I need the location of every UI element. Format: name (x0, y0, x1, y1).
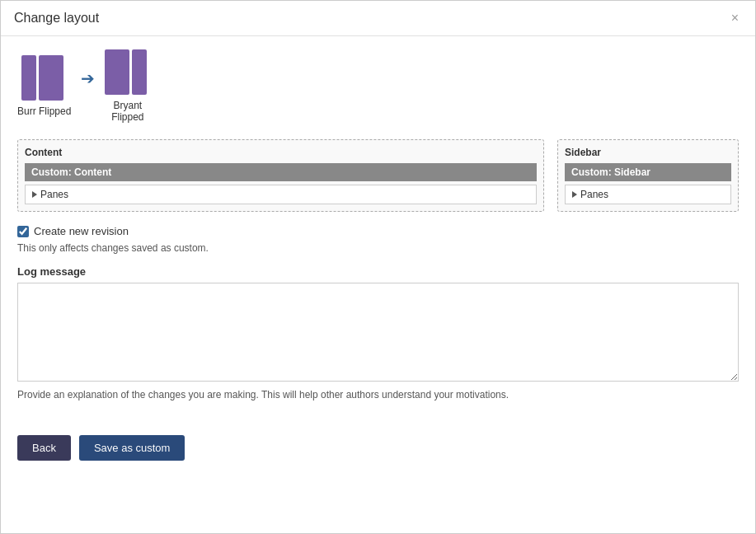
sidebar-panes-triangle (572, 191, 577, 198)
save-custom-button[interactable]: Save as custom (79, 435, 185, 461)
dialog-header: Change layout × (1, 1, 755, 36)
sidebar-panes-label: Panes (580, 189, 608, 200)
create-revision-checkbox[interactable] (17, 226, 29, 237)
sidebar-panes-item: Panes (565, 185, 731, 204)
layout-preview: Burr Flipped ➔ BryantFlipped (17, 49, 739, 123)
log-message-textarea[interactable] (17, 283, 739, 382)
content-region: Content Custom: Content Panes (17, 139, 544, 212)
content-custom-header: Custom: Content (25, 163, 537, 181)
layout-from-label: Burr Flipped (17, 105, 71, 117)
content-panes-triangle (32, 191, 37, 198)
layout-from: Burr Flipped (17, 55, 71, 117)
content-panes-label: Panes (40, 189, 68, 200)
content-panes-item: Panes (25, 185, 537, 204)
burr-flipped-icon (21, 55, 67, 101)
sidebar-custom-header: Custom: Sidebar (565, 163, 731, 181)
sidebar-region-title: Sidebar (565, 147, 731, 158)
revision-checkbox-row: Create new revision (17, 225, 739, 237)
close-button[interactable]: × (728, 12, 742, 25)
bryant-flipped-icon (105, 49, 150, 95)
dialog-body: Burr Flipped ➔ BryantFlipped Content Cus… (1, 36, 755, 427)
create-revision-label[interactable]: Create new revision (34, 225, 129, 237)
log-message-label: Log message (17, 265, 739, 278)
log-hint: Provide an explanation of the changes yo… (17, 389, 739, 400)
layout-to: BryantFlipped (105, 49, 150, 123)
dialog-title: Change layout (14, 11, 99, 26)
layout-arrow: ➔ (81, 68, 95, 88)
revision-note: This only affects changes saved as custo… (17, 242, 739, 254)
regions-container: Content Custom: Content Panes Sidebar Cu… (17, 139, 739, 212)
layout-to-label: BryantFlipped (111, 100, 143, 123)
change-layout-dialog: Change layout × Burr Flipped ➔ (0, 0, 756, 534)
content-region-title: Content (25, 147, 537, 158)
sidebar-region: Sidebar Custom: Sidebar Panes (557, 139, 739, 212)
back-button[interactable]: Back (17, 435, 71, 461)
dialog-footer: Back Save as custom (1, 427, 755, 477)
